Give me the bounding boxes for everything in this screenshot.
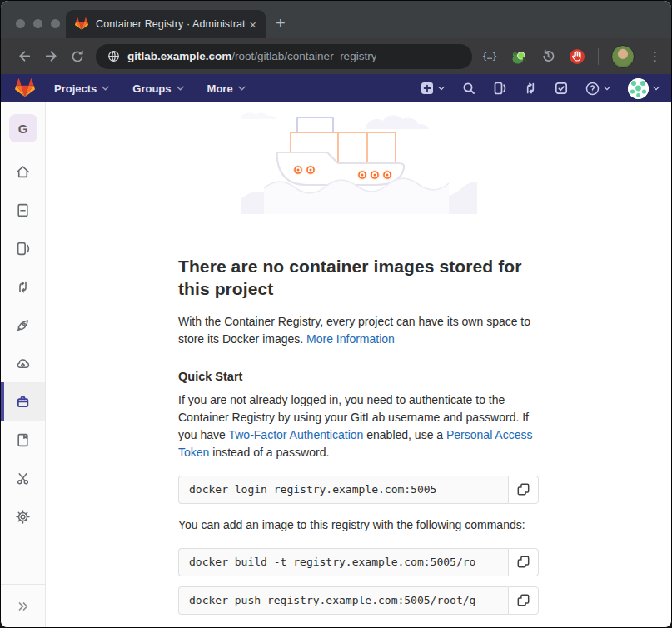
push-command-text: docker push registry.example.com:5005/ro…	[189, 594, 475, 606]
browser-profile-avatar[interactable]	[611, 45, 635, 68]
build-command-field[interactable]: docker build -t registry.example.com:500…	[178, 548, 508, 576]
project-avatar[interactable]: G	[9, 114, 37, 142]
chevron-down-icon	[238, 86, 246, 91]
issues-icon	[16, 242, 30, 256]
browser-window: Container Registry · Administrato × + gi…	[0, 0, 672, 628]
gitlab-navbar: Projects Groups More	[1, 74, 671, 102]
chevron-down-icon	[102, 86, 109, 91]
sidebar-item-repository[interactable]	[1, 191, 45, 229]
reload-icon	[70, 49, 85, 64]
extension-cluster: {…} ⋮	[482, 45, 663, 68]
new-menu-button[interactable]	[421, 82, 445, 95]
sidebar-item-packages[interactable]	[1, 382, 45, 421]
home-icon	[16, 165, 30, 179]
login-command-field[interactable]: docker login registry.example.com:5005	[178, 476, 508, 504]
json-extension-icon[interactable]: {…}	[482, 52, 497, 61]
minimize-window-icon[interactable]	[33, 19, 42, 28]
menu-groups[interactable]: Groups	[132, 82, 183, 95]
browser-tab[interactable]: Container Registry · Administrato ×	[66, 10, 266, 38]
two-factor-authentication-link[interactable]: Two-Factor Authentication	[228, 428, 363, 441]
build-command-group: docker build -t registry.example.com:500…	[178, 548, 539, 576]
menu-projects-label: Projects	[54, 82, 97, 95]
help-menu-button[interactable]	[585, 82, 610, 96]
sidebar-item-snippets[interactable]	[1, 459, 45, 497]
copy-push-command-button[interactable]	[508, 586, 539, 615]
history-extension-icon[interactable]	[540, 48, 556, 64]
new-tab-button[interactable]: +	[276, 13, 286, 33]
login-command-text: docker login registry.example.com:5005	[189, 483, 436, 496]
user-avatar	[628, 78, 649, 99]
back-button[interactable]	[11, 43, 37, 70]
reload-button[interactable]	[64, 43, 91, 70]
auth-paragraph: If you are not already logged in, you ne…	[178, 391, 539, 461]
traffic-lights[interactable]	[16, 19, 60, 28]
sidebar-item-wiki[interactable]	[1, 421, 45, 459]
menu-projects[interactable]: Projects	[54, 82, 109, 95]
push-command-field[interactable]: docker push registry.example.com:5005/ro…	[178, 586, 508, 615]
menu-more-label: More	[207, 82, 233, 95]
app-body: G	[1, 102, 671, 627]
help-icon	[585, 82, 600, 96]
blocker-extension-icon[interactable]	[569, 48, 585, 65]
back-icon	[17, 48, 32, 64]
copy-icon	[517, 483, 530, 496]
repository-icon	[16, 203, 30, 217]
gitlab-logo-icon[interactable]	[14, 78, 36, 98]
auth-text-3: instead of a password.	[209, 446, 329, 459]
wiki-icon	[16, 433, 30, 447]
collapse-icon	[17, 600, 30, 613]
sidebar-item-ci-cd[interactable]	[1, 306, 45, 344]
chevron-down-icon	[177, 86, 184, 91]
copy-icon	[517, 556, 530, 568]
gitlab-main-menu: Projects Groups More	[54, 82, 246, 95]
tab-close-icon[interactable]: ×	[246, 18, 259, 31]
snippets-icon	[16, 471, 30, 486]
auth-text-2: enabled, use a	[363, 428, 446, 441]
sidebar-item-operations[interactable]	[1, 344, 45, 382]
toolbar-separator	[598, 48, 599, 65]
chevron-down-icon	[438, 86, 445, 91]
gitlab-navbar-actions	[421, 78, 660, 99]
push-command-group: docker push registry.example.com:5005/ro…	[178, 586, 539, 615]
menu-more[interactable]: More	[207, 82, 246, 95]
operations-icon	[16, 356, 30, 371]
sidebar-item-settings[interactable]	[1, 497, 45, 536]
empty-state-heading: There are no container images stored for…	[178, 256, 539, 301]
zoom-window-icon[interactable]	[51, 19, 60, 28]
chevron-down-icon	[604, 86, 610, 91]
quick-start-heading: Quick Start	[178, 370, 539, 383]
close-window-icon[interactable]	[16, 19, 25, 28]
forward-icon	[43, 48, 59, 64]
empty-state-illustration	[241, 109, 477, 214]
url-path: /root/gitlab/container_registry	[231, 50, 376, 62]
ci-cd-icon	[16, 318, 30, 332]
address-bar[interactable]: gitlab.example.com /root/gitlab/containe…	[96, 44, 472, 69]
sidebar-item-overview[interactable]	[1, 152, 45, 191]
todo-icon[interactable]	[555, 82, 568, 95]
copy-login-command-button[interactable]	[508, 476, 539, 504]
tab-strip: Container Registry · Administrato × +	[1, 1, 671, 38]
more-information-link[interactable]: More Information	[306, 332, 395, 346]
sidebar-item-issues[interactable]	[1, 229, 45, 267]
forward-button[interactable]	[37, 43, 64, 70]
settings-icon	[16, 510, 30, 524]
search-icon[interactable]	[462, 82, 475, 95]
copy-build-command-button[interactable]	[508, 548, 539, 576]
packages-icon	[16, 395, 30, 409]
issues-icon[interactable]	[493, 82, 506, 95]
main-content: There are no container images stored for…	[46, 102, 671, 627]
gitlab-tanuki-icon	[75, 17, 88, 31]
frog-extension-icon[interactable]	[510, 47, 528, 66]
sidebar-collapse-button[interactable]	[1, 584, 45, 627]
intro-paragraph: With the Container Registry, every proje…	[178, 313, 539, 348]
kebab-menu-icon[interactable]: ⋮	[647, 50, 663, 62]
merge-request-icon	[16, 280, 30, 294]
browser-toolbar: gitlab.example.com /root/gitlab/containe…	[1, 38, 671, 74]
plus-square-icon	[421, 82, 434, 95]
copy-icon	[517, 594, 530, 606]
chevron-down-icon	[653, 86, 660, 91]
merge-request-icon[interactable]	[524, 82, 537, 95]
sidebar-item-merge-requests[interactable]	[1, 267, 45, 306]
user-menu-button[interactable]	[628, 78, 660, 99]
tab-title: Container Registry · Administrato	[96, 18, 246, 30]
